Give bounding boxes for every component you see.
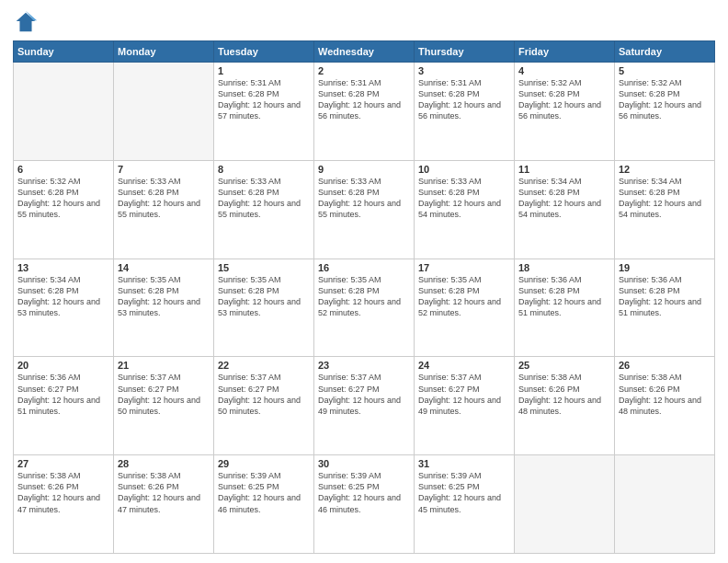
day-number: 31 (418, 458, 510, 469)
calendar-cell (114, 63, 214, 161)
calendar-cell: 30Sunrise: 5:39 AM Sunset: 6:25 PM Dayli… (314, 455, 415, 554)
calendar-cell: 18Sunrise: 5:36 AM Sunset: 6:28 PM Dayli… (515, 259, 615, 357)
day-number: 26 (619, 360, 711, 371)
day-info: Sunrise: 5:37 AM Sunset: 6:27 PM Dayligh… (418, 372, 510, 417)
calendar-cell: 15Sunrise: 5:35 AM Sunset: 6:28 PM Dayli… (214, 259, 314, 357)
calendar-cell: 4Sunrise: 5:32 AM Sunset: 6:28 PM Daylig… (515, 63, 615, 161)
day-number: 7 (118, 164, 210, 175)
day-number: 24 (418, 360, 510, 371)
day-info: Sunrise: 5:35 AM Sunset: 6:28 PM Dayligh… (418, 274, 510, 319)
day-number: 14 (118, 262, 210, 273)
header (13, 9, 715, 35)
calendar-cell: 9Sunrise: 5:33 AM Sunset: 6:28 PM Daylig… (314, 160, 415, 259)
calendar-cell: 27Sunrise: 5:38 AM Sunset: 6:26 PM Dayli… (14, 455, 114, 554)
day-info: Sunrise: 5:36 AM Sunset: 6:28 PM Dayligh… (518, 274, 610, 319)
day-number: 30 (318, 458, 410, 469)
day-info: Sunrise: 5:38 AM Sunset: 6:26 PM Dayligh… (619, 372, 711, 417)
calendar-cell: 2Sunrise: 5:31 AM Sunset: 6:28 PM Daylig… (314, 63, 415, 161)
weekday-header: Tuesday (214, 41, 314, 63)
day-info: Sunrise: 5:33 AM Sunset: 6:28 PM Dayligh… (318, 176, 410, 221)
day-number: 18 (518, 262, 610, 273)
weekday-header: Monday (114, 41, 214, 63)
day-number: 15 (218, 262, 310, 273)
calendar-cell: 21Sunrise: 5:37 AM Sunset: 6:27 PM Dayli… (114, 357, 214, 455)
day-info: Sunrise: 5:36 AM Sunset: 6:28 PM Dayligh… (619, 274, 711, 319)
weekday-header: Sunday (14, 41, 114, 63)
calendar-cell: 6Sunrise: 5:32 AM Sunset: 6:28 PM Daylig… (14, 160, 114, 259)
day-number: 11 (518, 164, 610, 175)
calendar-cell: 3Sunrise: 5:31 AM Sunset: 6:28 PM Daylig… (415, 63, 515, 161)
day-info: Sunrise: 5:37 AM Sunset: 6:27 PM Dayligh… (218, 372, 310, 417)
calendar-cell: 7Sunrise: 5:33 AM Sunset: 6:28 PM Daylig… (114, 160, 214, 259)
weekday-header: Thursday (415, 41, 515, 63)
calendar-cell: 16Sunrise: 5:35 AM Sunset: 6:28 PM Dayli… (314, 259, 415, 357)
day-info: Sunrise: 5:31 AM Sunset: 6:28 PM Dayligh… (418, 77, 510, 122)
day-number: 22 (218, 360, 310, 371)
day-info: Sunrise: 5:33 AM Sunset: 6:28 PM Dayligh… (118, 176, 210, 221)
day-number: 4 (518, 65, 610, 76)
day-info: Sunrise: 5:32 AM Sunset: 6:28 PM Dayligh… (518, 77, 610, 122)
day-info: Sunrise: 5:37 AM Sunset: 6:27 PM Dayligh… (118, 372, 210, 417)
calendar-cell: 25Sunrise: 5:38 AM Sunset: 6:26 PM Dayli… (515, 357, 615, 455)
page: SundayMondayTuesdayWednesdayThursdayFrid… (0, 0, 728, 563)
day-number: 28 (118, 458, 210, 469)
calendar-week-row: 1Sunrise: 5:31 AM Sunset: 6:28 PM Daylig… (14, 63, 715, 161)
day-info: Sunrise: 5:32 AM Sunset: 6:28 PM Dayligh… (17, 176, 109, 221)
day-info: Sunrise: 5:32 AM Sunset: 6:28 PM Dayligh… (619, 77, 711, 122)
day-number: 5 (619, 65, 711, 76)
day-info: Sunrise: 5:38 AM Sunset: 6:26 PM Dayligh… (17, 470, 109, 515)
calendar-week-row: 6Sunrise: 5:32 AM Sunset: 6:28 PM Daylig… (14, 160, 715, 259)
logo (13, 9, 42, 35)
calendar-cell: 23Sunrise: 5:37 AM Sunset: 6:27 PM Dayli… (314, 357, 415, 455)
day-info: Sunrise: 5:37 AM Sunset: 6:27 PM Dayligh… (318, 372, 410, 417)
calendar-cell: 31Sunrise: 5:39 AM Sunset: 6:25 PM Dayli… (415, 455, 515, 554)
day-number: 13 (17, 262, 109, 273)
day-info: Sunrise: 5:39 AM Sunset: 6:25 PM Dayligh… (318, 470, 410, 515)
day-info: Sunrise: 5:36 AM Sunset: 6:27 PM Dayligh… (17, 372, 109, 417)
day-info: Sunrise: 5:35 AM Sunset: 6:28 PM Dayligh… (318, 274, 410, 319)
logo-icon (13, 9, 39, 35)
day-number: 3 (418, 65, 510, 76)
day-info: Sunrise: 5:31 AM Sunset: 6:28 PM Dayligh… (318, 77, 410, 122)
weekday-header: Wednesday (314, 41, 415, 63)
calendar-cell: 14Sunrise: 5:35 AM Sunset: 6:28 PM Dayli… (114, 259, 214, 357)
day-info: Sunrise: 5:38 AM Sunset: 6:26 PM Dayligh… (118, 470, 210, 515)
day-number: 27 (17, 458, 109, 469)
calendar-cell (615, 455, 715, 554)
calendar-cell: 8Sunrise: 5:33 AM Sunset: 6:28 PM Daylig… (214, 160, 314, 259)
day-info: Sunrise: 5:34 AM Sunset: 6:28 PM Dayligh… (619, 176, 711, 221)
day-number: 20 (17, 360, 109, 371)
calendar-cell: 19Sunrise: 5:36 AM Sunset: 6:28 PM Dayli… (615, 259, 715, 357)
calendar-week-row: 27Sunrise: 5:38 AM Sunset: 6:26 PM Dayli… (14, 455, 715, 554)
calendar-cell (515, 455, 615, 554)
day-info: Sunrise: 5:34 AM Sunset: 6:28 PM Dayligh… (17, 274, 109, 319)
calendar-cell: 12Sunrise: 5:34 AM Sunset: 6:28 PM Dayli… (615, 160, 715, 259)
calendar-cell: 24Sunrise: 5:37 AM Sunset: 6:27 PM Dayli… (415, 357, 515, 455)
day-info: Sunrise: 5:35 AM Sunset: 6:28 PM Dayligh… (118, 274, 210, 319)
calendar-cell: 5Sunrise: 5:32 AM Sunset: 6:28 PM Daylig… (615, 63, 715, 161)
day-info: Sunrise: 5:34 AM Sunset: 6:28 PM Dayligh… (518, 176, 610, 221)
weekday-header: Saturday (615, 41, 715, 63)
day-number: 17 (418, 262, 510, 273)
day-number: 6 (17, 164, 109, 175)
day-info: Sunrise: 5:35 AM Sunset: 6:28 PM Dayligh… (218, 274, 310, 319)
weekday-header: Friday (515, 41, 615, 63)
calendar-cell: 17Sunrise: 5:35 AM Sunset: 6:28 PM Dayli… (415, 259, 515, 357)
day-number: 10 (418, 164, 510, 175)
day-info: Sunrise: 5:33 AM Sunset: 6:28 PM Dayligh… (218, 176, 310, 221)
day-info: Sunrise: 5:33 AM Sunset: 6:28 PM Dayligh… (418, 176, 510, 221)
calendar-cell: 10Sunrise: 5:33 AM Sunset: 6:28 PM Dayli… (415, 160, 515, 259)
day-info: Sunrise: 5:39 AM Sunset: 6:25 PM Dayligh… (218, 470, 310, 515)
day-info: Sunrise: 5:31 AM Sunset: 6:28 PM Dayligh… (218, 77, 310, 122)
calendar-cell: 13Sunrise: 5:34 AM Sunset: 6:28 PM Dayli… (14, 259, 114, 357)
svg-marker-0 (17, 13, 36, 32)
day-number: 8 (218, 164, 310, 175)
calendar-week-row: 20Sunrise: 5:36 AM Sunset: 6:27 PM Dayli… (14, 357, 715, 455)
calendar-cell: 22Sunrise: 5:37 AM Sunset: 6:27 PM Dayli… (214, 357, 314, 455)
day-number: 29 (218, 458, 310, 469)
day-number: 12 (619, 164, 711, 175)
calendar-cell: 29Sunrise: 5:39 AM Sunset: 6:25 PM Dayli… (214, 455, 314, 554)
calendar-cell: 20Sunrise: 5:36 AM Sunset: 6:27 PM Dayli… (14, 357, 114, 455)
day-info: Sunrise: 5:39 AM Sunset: 6:25 PM Dayligh… (418, 470, 510, 515)
calendar-cell: 11Sunrise: 5:34 AM Sunset: 6:28 PM Dayli… (515, 160, 615, 259)
